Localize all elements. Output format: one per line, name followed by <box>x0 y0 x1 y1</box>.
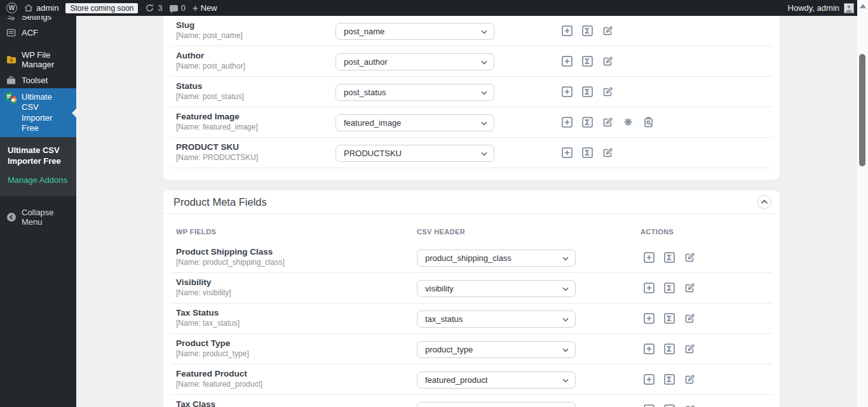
comments-menu[interactable]: 0 <box>170 3 186 13</box>
sidebar-item-toolset[interactable]: Toolset <box>0 72 76 88</box>
formula-button[interactable] <box>582 147 593 158</box>
collapse-arrow-icon <box>6 212 17 222</box>
site-menu[interactable]: admin <box>24 3 58 13</box>
chevron-down-icon <box>481 30 487 34</box>
formula-button[interactable] <box>664 252 675 263</box>
csv-header-select[interactable]: product_shipping_class <box>417 250 576 267</box>
edit-mapping-button[interactable] <box>684 283 695 293</box>
chevron-down-icon <box>562 287 569 291</box>
sidebar-item-wp-file-manager[interactable]: WP File Manager <box>0 47 76 72</box>
csv-header-select[interactable]: visibility <box>417 280 576 297</box>
edit-mapping-button[interactable] <box>684 313 695 324</box>
wp-field-label: Tax Status <box>176 308 240 317</box>
edit-mapping-button[interactable] <box>684 344 695 354</box>
wp-field-name: [Name: product_type] <box>176 349 249 358</box>
csv-header-select[interactable]: featured_image <box>336 114 494 131</box>
add-new-field-button[interactable] <box>644 374 654 385</box>
field-mapping-row: Slug [Name: post_name] post_name <box>171 16 772 46</box>
edit-mapping-button[interactable] <box>602 117 613 128</box>
edit-mapping-button[interactable] <box>602 86 613 97</box>
formula-button[interactable] <box>582 25 593 36</box>
media-search-button[interactable] <box>643 117 654 128</box>
csv-header-select[interactable]: PRODUCTSKU <box>336 145 494 162</box>
collapse-menu-button[interactable]: Collapse Menu <box>0 204 76 230</box>
csv-header-value: post_name <box>344 27 384 36</box>
formula-button[interactable] <box>582 117 593 128</box>
submenu-item-manage-addons[interactable]: Manage Addons <box>0 173 76 189</box>
scrollbar-thumb[interactable] <box>859 54 865 166</box>
formula-button[interactable] <box>664 313 675 324</box>
edit-mapping-button[interactable] <box>684 404 695 407</box>
wp-field-label: Slug <box>176 20 243 30</box>
updates-menu[interactable]: 3 <box>145 3 162 13</box>
csv-header-value: product_type <box>425 345 473 354</box>
wp-field-label: Status <box>176 81 244 91</box>
add-new-field-button[interactable] <box>644 283 654 293</box>
add-new-field-button[interactable] <box>644 404 654 407</box>
column-header-csv-header: CSV HEADER <box>417 228 465 236</box>
site-name: admin <box>36 3 58 13</box>
sidebar-item-label: Toolset <box>22 76 48 85</box>
field-mapping-row: Featured Image [Name: featured_image] fe… <box>171 107 772 138</box>
edit-mapping-button[interactable] <box>602 56 613 67</box>
home-icon <box>24 4 33 12</box>
add-new-field-button[interactable] <box>644 313 654 324</box>
formula-button[interactable] <box>664 404 675 407</box>
edit-pencil-icon <box>602 56 613 67</box>
csv-header-select[interactable]: tax_status <box>417 310 576 328</box>
csv-header-select[interactable]: post_status <box>336 84 494 101</box>
csv-header-select[interactable]: post_author <box>336 53 494 70</box>
formula-button[interactable] <box>582 56 593 67</box>
edit-mapping-button[interactable] <box>602 147 613 158</box>
edit-mapping-button[interactable] <box>684 252 695 263</box>
wp-field-label: PRODUCT SKU <box>176 142 258 152</box>
edit-pencil-icon <box>602 147 613 158</box>
sidebar-item-ultimate-csv-importer[interactable]: Ultimate CSV Importer Free <box>0 88 76 137</box>
wp-field-name: [Name: post_author] <box>176 62 245 70</box>
chevron-down-icon <box>481 60 487 65</box>
formula-button[interactable] <box>664 283 675 293</box>
formula-button[interactable] <box>582 86 593 97</box>
add-new-field-button[interactable] <box>644 252 654 263</box>
edit-mapping-button[interactable] <box>684 374 695 385</box>
chevron-down-icon <box>481 121 487 126</box>
sigma-icon <box>664 404 675 407</box>
csv-header-select[interactable]: post_name <box>336 23 494 40</box>
comment-icon <box>170 5 178 11</box>
add-new-field-button[interactable] <box>562 86 573 97</box>
wordpress-logo-icon[interactable]: W <box>6 3 17 13</box>
plus-square-icon <box>562 147 573 158</box>
admin-bar: W admin Store coming soon 3 0 + New Howd… <box>0 0 868 16</box>
formula-button[interactable] <box>664 344 675 354</box>
add-new-field-button[interactable] <box>644 344 654 354</box>
csv-header-value: product_shipping_class <box>425 253 512 263</box>
row-actions <box>644 344 695 354</box>
sigma-icon <box>582 117 593 128</box>
sidebar-item-acf[interactable]: ACF <box>0 25 76 41</box>
csv-importer-icon <box>6 93 17 103</box>
add-new-field-button[interactable] <box>562 147 573 158</box>
avatar[interactable] <box>844 3 854 13</box>
howdy-text[interactable]: Howdy, admin <box>788 3 839 13</box>
menu-separator <box>0 41 76 47</box>
plus-square-icon <box>644 374 654 385</box>
csv-header-select[interactable] <box>417 402 576 407</box>
edit-pencil-icon <box>684 344 695 354</box>
edit-mapping-button[interactable] <box>602 25 613 36</box>
new-content-menu[interactable]: + New <box>193 3 217 13</box>
add-new-field-button[interactable] <box>562 56 573 67</box>
csv-header-select[interactable]: featured_product <box>417 371 576 389</box>
formula-button[interactable] <box>664 374 675 385</box>
submenu-item-ultimate-csv-importer-free[interactable]: Ultimate CSV Importer Free <box>0 143 76 170</box>
add-new-field-button[interactable] <box>562 117 573 128</box>
csv-header-select[interactable]: product_type <box>417 341 576 358</box>
plus-square-icon <box>562 56 573 67</box>
sigma-icon <box>664 344 675 354</box>
collapse-menu-label: Collapse Menu <box>22 208 71 227</box>
scroll-up-arrow[interactable] <box>860 4 866 8</box>
coming-soon-badge: Store coming soon <box>65 3 138 13</box>
plus-square-icon <box>644 283 654 293</box>
ai-generate-button[interactable]: ❋ <box>623 117 634 128</box>
collapse-section-button[interactable] <box>757 195 771 209</box>
add-new-field-button[interactable] <box>562 25 573 36</box>
